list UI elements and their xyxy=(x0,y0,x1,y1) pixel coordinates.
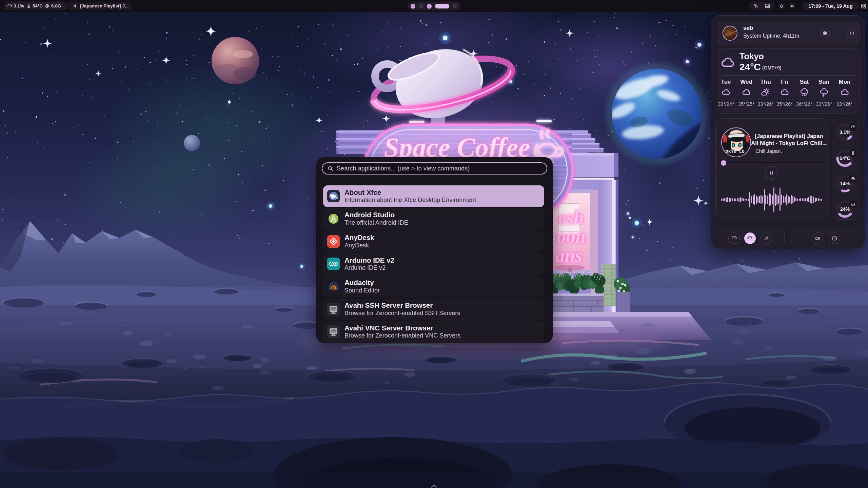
svg-text:oon: oon xyxy=(557,226,586,247)
svg-text:esh: esh xyxy=(558,207,584,228)
svg-text:C: C xyxy=(755,5,758,9)
svg-text:ans: ans xyxy=(555,245,583,266)
